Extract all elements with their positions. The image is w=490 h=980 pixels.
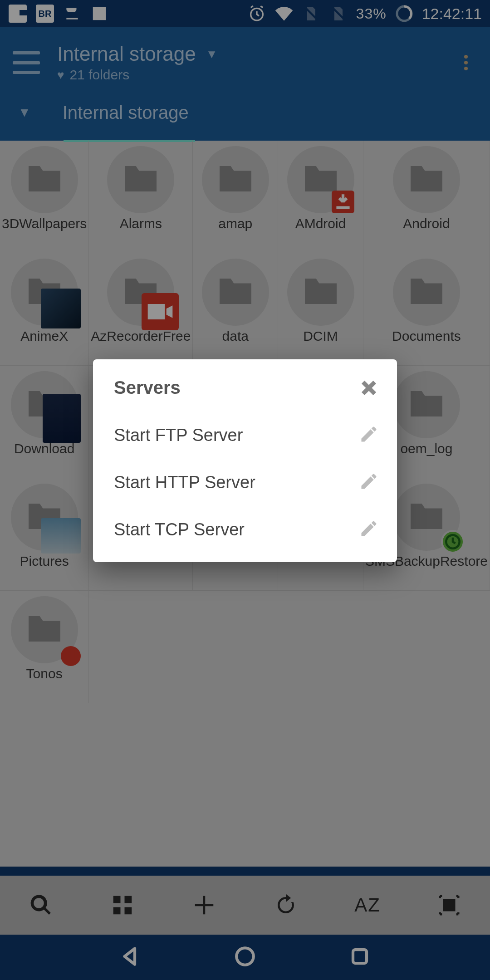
edit-icon[interactable]	[359, 471, 379, 493]
server-option-label: Start FTP Server	[114, 426, 243, 445]
server-option-label: Start HTTP Server	[114, 473, 255, 492]
server-option[interactable]: Start FTP Server	[93, 412, 397, 459]
dialog-title: Servers	[114, 377, 181, 398]
server-option[interactable]: Start HTTP Server	[93, 459, 397, 506]
servers-dialog: Servers Start FTP ServerStart HTTP Serve…	[93, 359, 397, 562]
edit-icon[interactable]	[359, 424, 379, 446]
server-option-label: Start TCP Server	[114, 520, 245, 539]
edit-icon[interactable]	[359, 519, 379, 540]
server-option[interactable]: Start TCP Server	[93, 506, 397, 553]
close-icon[interactable]	[359, 378, 379, 398]
